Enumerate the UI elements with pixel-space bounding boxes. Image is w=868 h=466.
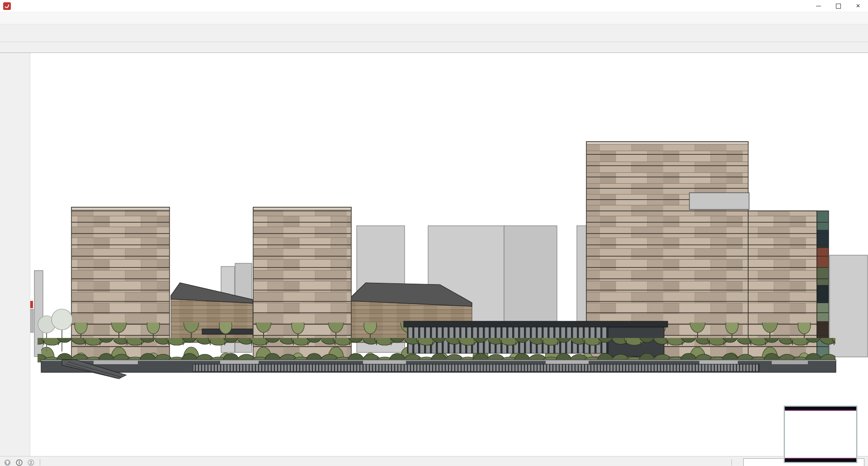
menu-tools[interactable]: [44, 16, 52, 20]
menu-file[interactable]: [4, 16, 12, 20]
watermark-text: [785, 411, 856, 458]
tool-palette: [0, 53, 30, 456]
menu-view[interactable]: [20, 16, 28, 20]
main-toolbar: [0, 24, 868, 42]
help-info-icon[interactable]: [15, 459, 23, 466]
status-bar: [0, 456, 868, 466]
sketchup-logo-icon: [3, 2, 11, 10]
measurements-divider: [731, 459, 732, 466]
sketchup-window: ✕: [0, 0, 868, 466]
city-hotel-sign-panel: [689, 193, 749, 209]
watermark-top-bar: [785, 407, 856, 411]
window-controls: ✕: [808, 0, 868, 12]
ground-plaza: [41, 360, 836, 379]
scene-tabs: [0, 42, 868, 53]
bush-row: [38, 338, 835, 362]
drawing-canvas[interactable]: [30, 53, 868, 456]
elevation-drawing: [30, 53, 868, 456]
menu-window[interactable]: [52, 16, 61, 20]
title-bar: ✕: [0, 0, 868, 12]
watermark-bottom-bar: [785, 458, 856, 462]
status-divider: [40, 459, 40, 466]
menu-bar: [0, 12, 868, 24]
skp-watermark: [784, 406, 857, 463]
left-edge-geometry: [30, 301, 33, 333]
menu-help[interactable]: [61, 16, 69, 20]
menu-edit[interactable]: [12, 16, 20, 20]
geolocation-icon[interactable]: [4, 459, 11, 466]
minimize-button[interactable]: [808, 0, 828, 12]
menu-draw[interactable]: [36, 16, 44, 20]
maximize-button[interactable]: [828, 0, 848, 12]
menu-camera[interactable]: [28, 16, 36, 20]
account-icon[interactable]: [27, 459, 35, 466]
close-button[interactable]: ✕: [848, 0, 868, 12]
